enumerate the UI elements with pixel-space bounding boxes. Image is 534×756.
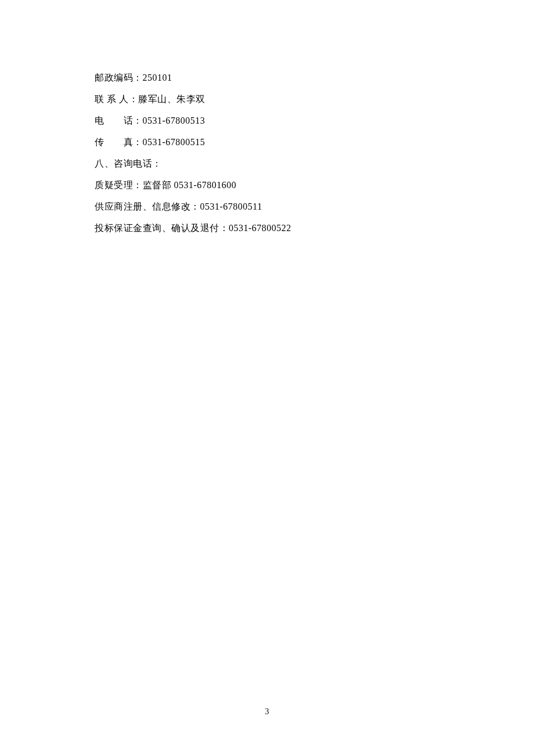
- contact-person-line: 联 系 人：滕军山、朱李双: [95, 88, 464, 110]
- postal-code-line: 邮政编码：250101: [95, 67, 464, 88]
- complaint-line: 质疑受理：监督部 0531-67801600: [95, 174, 464, 196]
- document-body: 邮政编码：250101 联 系 人：滕军山、朱李双 电 话：0531-67800…: [0, 0, 534, 239]
- supplier-registration-line: 供应商注册、信息修改：0531-67800511: [95, 196, 464, 217]
- page-number: 3: [0, 707, 534, 717]
- section-8-heading: 八、咨询电话：: [95, 153, 464, 174]
- deposit-query-line: 投标保证金查询、确认及退付：0531-67800522: [95, 217, 464, 239]
- fax-line: 传 真：0531-67800515: [95, 131, 464, 153]
- phone-line: 电 话：0531-67800513: [95, 110, 464, 131]
